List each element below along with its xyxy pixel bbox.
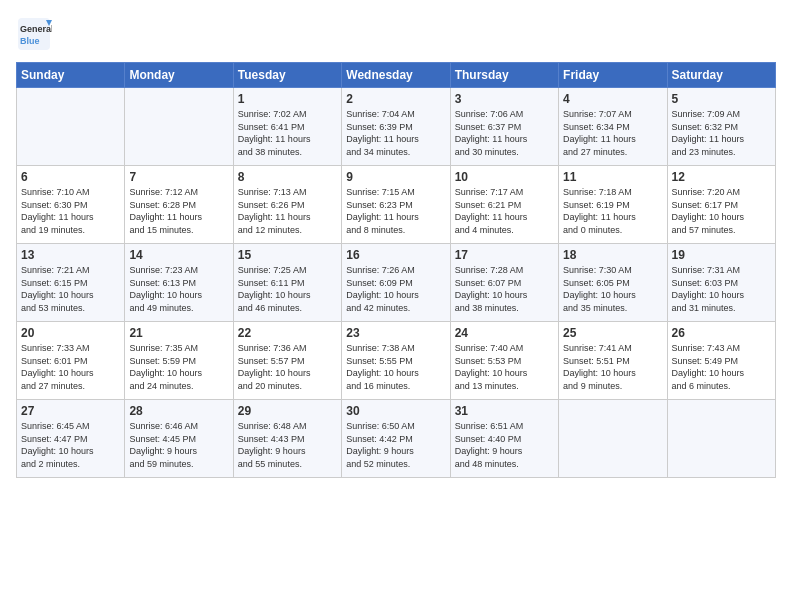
day-info: Sunrise: 6:50 AM Sunset: 4:42 PM Dayligh… [346,420,445,470]
day-info: Sunrise: 7:04 AM Sunset: 6:39 PM Dayligh… [346,108,445,158]
day-number: 22 [238,326,337,340]
calendar-cell [125,88,233,166]
weekday-header: Sunday [17,63,125,88]
calendar-cell: 17Sunrise: 7:28 AM Sunset: 6:07 PM Dayli… [450,244,558,322]
day-info: Sunrise: 7:38 AM Sunset: 5:55 PM Dayligh… [346,342,445,392]
calendar-week-row: 1Sunrise: 7:02 AM Sunset: 6:41 PM Daylig… [17,88,776,166]
day-number: 15 [238,248,337,262]
calendar-cell: 3Sunrise: 7:06 AM Sunset: 6:37 PM Daylig… [450,88,558,166]
day-number: 7 [129,170,228,184]
day-number: 21 [129,326,228,340]
day-info: Sunrise: 7:36 AM Sunset: 5:57 PM Dayligh… [238,342,337,392]
calendar-cell: 4Sunrise: 7:07 AM Sunset: 6:34 PM Daylig… [559,88,667,166]
calendar-cell: 6Sunrise: 7:10 AM Sunset: 6:30 PM Daylig… [17,166,125,244]
calendar-cell: 1Sunrise: 7:02 AM Sunset: 6:41 PM Daylig… [233,88,341,166]
weekday-header: Tuesday [233,63,341,88]
day-number: 14 [129,248,228,262]
calendar-cell: 2Sunrise: 7:04 AM Sunset: 6:39 PM Daylig… [342,88,450,166]
calendar-cell: 16Sunrise: 7:26 AM Sunset: 6:09 PM Dayli… [342,244,450,322]
day-number: 3 [455,92,554,106]
day-info: Sunrise: 6:51 AM Sunset: 4:40 PM Dayligh… [455,420,554,470]
day-info: Sunrise: 7:23 AM Sunset: 6:13 PM Dayligh… [129,264,228,314]
calendar-week-row: 13Sunrise: 7:21 AM Sunset: 6:15 PM Dayli… [17,244,776,322]
day-info: Sunrise: 7:02 AM Sunset: 6:41 PM Dayligh… [238,108,337,158]
calendar-cell: 9Sunrise: 7:15 AM Sunset: 6:23 PM Daylig… [342,166,450,244]
day-number: 31 [455,404,554,418]
day-number: 24 [455,326,554,340]
day-info: Sunrise: 7:33 AM Sunset: 6:01 PM Dayligh… [21,342,120,392]
calendar-cell [667,400,775,478]
day-info: Sunrise: 7:17 AM Sunset: 6:21 PM Dayligh… [455,186,554,236]
day-number: 23 [346,326,445,340]
weekday-header: Monday [125,63,233,88]
day-number: 4 [563,92,662,106]
calendar-cell: 14Sunrise: 7:23 AM Sunset: 6:13 PM Dayli… [125,244,233,322]
day-number: 17 [455,248,554,262]
day-info: Sunrise: 7:10 AM Sunset: 6:30 PM Dayligh… [21,186,120,236]
calendar-cell: 11Sunrise: 7:18 AM Sunset: 6:19 PM Dayli… [559,166,667,244]
svg-text:General: General [20,24,52,34]
day-info: Sunrise: 7:13 AM Sunset: 6:26 PM Dayligh… [238,186,337,236]
calendar-cell: 20Sunrise: 7:33 AM Sunset: 6:01 PM Dayli… [17,322,125,400]
weekday-header: Friday [559,63,667,88]
logo: General Blue [16,16,52,52]
day-number: 11 [563,170,662,184]
calendar-cell [17,88,125,166]
calendar-cell: 8Sunrise: 7:13 AM Sunset: 6:26 PM Daylig… [233,166,341,244]
calendar-cell: 5Sunrise: 7:09 AM Sunset: 6:32 PM Daylig… [667,88,775,166]
day-info: Sunrise: 6:46 AM Sunset: 4:45 PM Dayligh… [129,420,228,470]
day-number: 13 [21,248,120,262]
svg-text:Blue: Blue [20,36,40,46]
day-info: Sunrise: 7:26 AM Sunset: 6:09 PM Dayligh… [346,264,445,314]
day-info: Sunrise: 7:18 AM Sunset: 6:19 PM Dayligh… [563,186,662,236]
day-number: 12 [672,170,771,184]
day-number: 16 [346,248,445,262]
calendar-cell: 15Sunrise: 7:25 AM Sunset: 6:11 PM Dayli… [233,244,341,322]
day-number: 19 [672,248,771,262]
day-info: Sunrise: 7:07 AM Sunset: 6:34 PM Dayligh… [563,108,662,158]
calendar-cell: 30Sunrise: 6:50 AM Sunset: 4:42 PM Dayli… [342,400,450,478]
day-number: 6 [21,170,120,184]
calendar-cell: 31Sunrise: 6:51 AM Sunset: 4:40 PM Dayli… [450,400,558,478]
day-number: 8 [238,170,337,184]
header: General Blue [16,16,776,52]
day-info: Sunrise: 7:15 AM Sunset: 6:23 PM Dayligh… [346,186,445,236]
calendar-cell: 26Sunrise: 7:43 AM Sunset: 5:49 PM Dayli… [667,322,775,400]
page-container: General Blue SundayMondayTuesdayWednesda… [0,0,792,488]
day-info: Sunrise: 7:09 AM Sunset: 6:32 PM Dayligh… [672,108,771,158]
calendar-week-row: 6Sunrise: 7:10 AM Sunset: 6:30 PM Daylig… [17,166,776,244]
calendar-cell [559,400,667,478]
calendar-cell: 13Sunrise: 7:21 AM Sunset: 6:15 PM Dayli… [17,244,125,322]
day-number: 26 [672,326,771,340]
calendar-cell: 28Sunrise: 6:46 AM Sunset: 4:45 PM Dayli… [125,400,233,478]
calendar-week-row: 20Sunrise: 7:33 AM Sunset: 6:01 PM Dayli… [17,322,776,400]
day-info: Sunrise: 7:41 AM Sunset: 5:51 PM Dayligh… [563,342,662,392]
day-number: 9 [346,170,445,184]
day-info: Sunrise: 7:30 AM Sunset: 6:05 PM Dayligh… [563,264,662,314]
day-info: Sunrise: 6:48 AM Sunset: 4:43 PM Dayligh… [238,420,337,470]
calendar-cell: 25Sunrise: 7:41 AM Sunset: 5:51 PM Dayli… [559,322,667,400]
day-info: Sunrise: 7:20 AM Sunset: 6:17 PM Dayligh… [672,186,771,236]
calendar-cell: 7Sunrise: 7:12 AM Sunset: 6:28 PM Daylig… [125,166,233,244]
calendar-cell: 19Sunrise: 7:31 AM Sunset: 6:03 PM Dayli… [667,244,775,322]
calendar-table: SundayMondayTuesdayWednesdayThursdayFrid… [16,62,776,478]
day-info: Sunrise: 7:43 AM Sunset: 5:49 PM Dayligh… [672,342,771,392]
day-info: Sunrise: 7:25 AM Sunset: 6:11 PM Dayligh… [238,264,337,314]
day-info: Sunrise: 7:35 AM Sunset: 5:59 PM Dayligh… [129,342,228,392]
day-number: 20 [21,326,120,340]
day-number: 30 [346,404,445,418]
day-number: 1 [238,92,337,106]
calendar-cell: 12Sunrise: 7:20 AM Sunset: 6:17 PM Dayli… [667,166,775,244]
calendar-cell: 23Sunrise: 7:38 AM Sunset: 5:55 PM Dayli… [342,322,450,400]
day-info: Sunrise: 6:45 AM Sunset: 4:47 PM Dayligh… [21,420,120,470]
logo-graphic: General Blue [16,16,52,52]
calendar-cell: 24Sunrise: 7:40 AM Sunset: 5:53 PM Dayli… [450,322,558,400]
day-number: 28 [129,404,228,418]
weekday-header: Saturday [667,63,775,88]
day-number: 2 [346,92,445,106]
day-number: 10 [455,170,554,184]
day-number: 25 [563,326,662,340]
weekday-header: Wednesday [342,63,450,88]
day-info: Sunrise: 7:28 AM Sunset: 6:07 PM Dayligh… [455,264,554,314]
calendar-cell: 27Sunrise: 6:45 AM Sunset: 4:47 PM Dayli… [17,400,125,478]
